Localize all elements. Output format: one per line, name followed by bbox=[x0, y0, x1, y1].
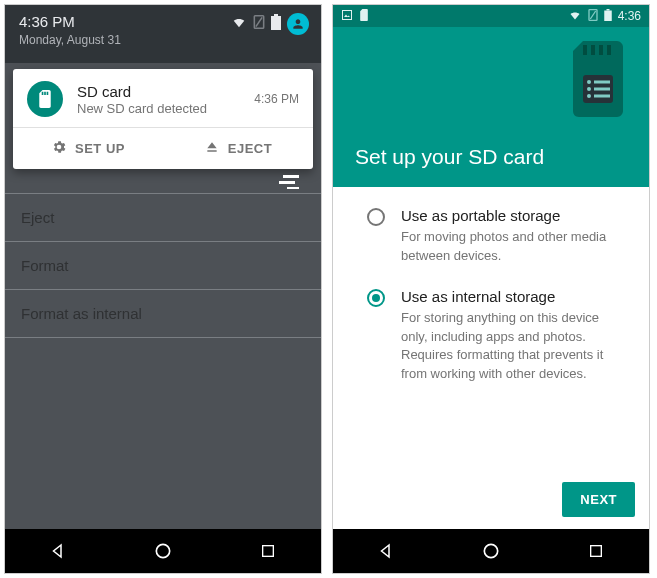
eject-icon bbox=[204, 139, 220, 158]
svg-rect-2 bbox=[271, 16, 281, 30]
svg-rect-6 bbox=[287, 187, 299, 189]
sim-icon bbox=[253, 15, 265, 33]
menu-item-format-internal[interactable]: Format as internal bbox=[5, 290, 321, 338]
nav-back-button[interactable] bbox=[40, 533, 76, 569]
setup-header: Set up your SD card bbox=[333, 27, 649, 187]
status-time: 4:36 PM bbox=[19, 13, 121, 31]
status-bar: 4:36 bbox=[333, 5, 649, 27]
option-internal-storage[interactable]: Use as internal storage For storing anyt… bbox=[367, 288, 627, 384]
svg-rect-9 bbox=[343, 10, 352, 19]
svg-rect-4 bbox=[283, 175, 299, 178]
nav-back-button[interactable] bbox=[368, 533, 404, 569]
svg-rect-13 bbox=[606, 9, 609, 11]
option-desc: For moving photos and other media betwee… bbox=[401, 228, 621, 266]
option-title: Use as internal storage bbox=[401, 288, 621, 305]
nav-recent-button[interactable] bbox=[578, 533, 614, 569]
sd-card-illustration bbox=[569, 41, 631, 123]
option-desc: For storing anything on this device only… bbox=[401, 309, 621, 384]
user-avatar-icon[interactable] bbox=[287, 13, 309, 35]
svg-line-11 bbox=[590, 11, 595, 19]
radio-checked-icon bbox=[367, 289, 385, 307]
screenshot-icon bbox=[341, 9, 353, 24]
notification-title: SD card bbox=[77, 83, 254, 100]
battery-icon bbox=[604, 9, 612, 24]
svg-rect-20 bbox=[594, 81, 610, 84]
gear-icon bbox=[51, 139, 67, 158]
svg-rect-14 bbox=[583, 45, 587, 55]
page-title: Set up your SD card bbox=[355, 145, 627, 169]
svg-line-1 bbox=[256, 17, 262, 26]
eject-label: EJECT bbox=[228, 141, 272, 156]
phone-right: 4:36 Set up your SD card bbox=[332, 4, 650, 574]
nav-home-button[interactable] bbox=[145, 533, 181, 569]
svg-rect-22 bbox=[594, 88, 610, 91]
menu-item-format[interactable]: Format bbox=[5, 242, 321, 290]
svg-rect-12 bbox=[604, 10, 612, 21]
phone-left: 4:36 PM Monday, August 31 bbox=[4, 4, 322, 574]
sim-icon bbox=[588, 9, 598, 24]
svg-point-19 bbox=[587, 80, 591, 84]
menu-item-eject[interactable]: Eject bbox=[5, 194, 321, 242]
notification-time: 4:36 PM bbox=[254, 92, 299, 106]
svg-rect-26 bbox=[591, 546, 602, 557]
storage-menu: Eject Format Format as internal bbox=[5, 193, 321, 338]
setup-button[interactable]: SET UP bbox=[13, 128, 163, 169]
setup-label: SET UP bbox=[75, 141, 125, 156]
wifi-icon bbox=[231, 15, 247, 33]
svg-point-23 bbox=[587, 94, 591, 98]
nav-bar bbox=[5, 529, 321, 573]
panel-toggle-icon[interactable] bbox=[13, 169, 313, 193]
sd-status-icon bbox=[359, 9, 369, 24]
svg-rect-5 bbox=[279, 181, 295, 184]
nav-bar bbox=[333, 529, 649, 573]
svg-rect-24 bbox=[594, 95, 610, 98]
svg-rect-16 bbox=[599, 45, 603, 55]
next-button[interactable]: NEXT bbox=[562, 482, 635, 517]
nav-recent-button[interactable] bbox=[250, 533, 286, 569]
option-title: Use as portable storage bbox=[401, 207, 621, 224]
svg-rect-15 bbox=[591, 45, 595, 55]
svg-rect-3 bbox=[274, 14, 278, 16]
status-date: Monday, August 31 bbox=[19, 33, 121, 47]
svg-point-7 bbox=[156, 544, 169, 557]
svg-point-21 bbox=[587, 87, 591, 91]
svg-point-25 bbox=[484, 544, 497, 557]
notification-subtitle: New SD card detected bbox=[77, 101, 254, 116]
radio-unchecked-icon bbox=[367, 208, 385, 226]
options-list: Use as portable storage For moving photo… bbox=[333, 187, 649, 482]
eject-button[interactable]: EJECT bbox=[163, 128, 313, 169]
svg-rect-17 bbox=[607, 45, 611, 55]
wifi-icon bbox=[568, 9, 582, 24]
svg-rect-8 bbox=[263, 546, 274, 557]
nav-home-button[interactable] bbox=[473, 533, 509, 569]
status-time: 4:36 bbox=[618, 9, 641, 23]
option-portable-storage[interactable]: Use as portable storage For moving photo… bbox=[367, 207, 627, 266]
battery-icon bbox=[271, 14, 281, 34]
sd-card-icon bbox=[27, 81, 63, 117]
notification-card[interactable]: SD card New SD card detected 4:36 PM SET… bbox=[13, 69, 313, 169]
status-bar: 4:36 PM Monday, August 31 bbox=[5, 5, 321, 63]
